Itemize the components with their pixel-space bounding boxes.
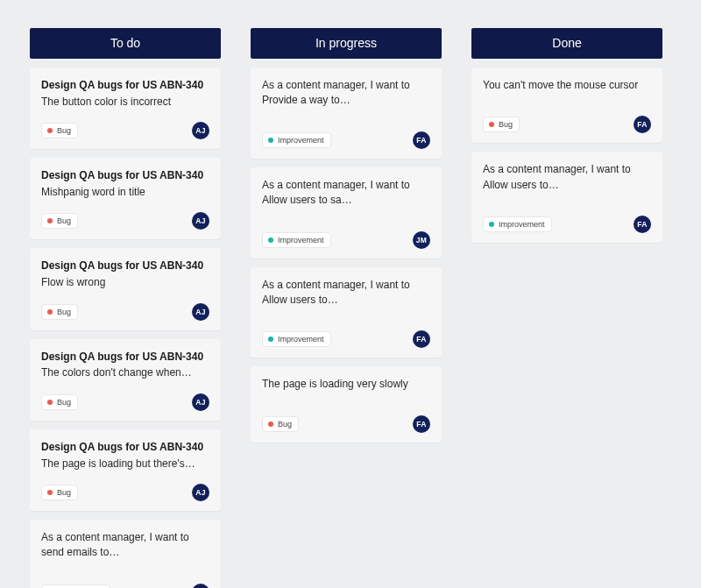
avatar[interactable]: FA — [634, 116, 651, 133]
tag-bug: Bug — [41, 394, 78, 410]
card[interactable]: Design QA bugs for US ABN-340Mishpanig w… — [30, 158, 221, 239]
card-footer: BugAJ — [41, 484, 209, 501]
tag-bug: Bug — [41, 304, 78, 320]
tag-bug: Bug — [41, 123, 78, 138]
card-footer: ImprovementJM — [262, 231, 430, 249]
column-inprogress: In progressAs a content manager, I want … — [251, 28, 442, 443]
tag-label: Bug — [57, 308, 71, 316]
card[interactable]: As a content manager, I want to Allow us… — [251, 267, 442, 358]
card[interactable]: The page is loading very slowlyBugFA — [251, 366, 442, 442]
avatar[interactable]: AJ — [192, 212, 209, 230]
bug-dot-icon — [47, 490, 53, 495]
tag-label: Improvement — [499, 220, 545, 229]
card-description: The button color is incorrect — [41, 95, 209, 110]
bug-dot-icon — [47, 400, 53, 405]
column-todo: To doDesign QA bugs for US ABN-340The bu… — [30, 28, 221, 588]
bug-dot-icon — [47, 128, 53, 133]
avatar[interactable]: JM — [413, 231, 430, 249]
tag-improvement: Improvement — [41, 584, 110, 588]
tag-improvement: Improvement — [262, 232, 331, 248]
improvement-dot-icon — [268, 138, 273, 143]
column-done: DoneYou can't move the mouse cursorBugFA… — [471, 28, 662, 243]
card-description: The page is loading very slowly — [262, 377, 430, 392]
card[interactable]: Design QA bugs for US ABN-340Flow is wro… — [30, 248, 221, 329]
card-description: As a content manager, I want to Provide … — [262, 78, 430, 109]
tag-bug: Bug — [262, 416, 299, 432]
card-footer: ImprovementJG — [41, 584, 209, 588]
avatar[interactable]: JG — [192, 584, 209, 588]
card-description: You can't move the mouse cursor — [483, 78, 651, 93]
column-header-inprogress: In progress — [251, 28, 442, 59]
card-footer: BugAJ — [41, 212, 209, 230]
bug-dot-icon — [268, 422, 273, 427]
column-header-todo: To do — [30, 28, 221, 59]
avatar[interactable]: AJ — [192, 484, 209, 501]
card[interactable]: As a content manager, I want to Allow us… — [471, 152, 662, 243]
card-footer: BugFA — [483, 116, 651, 133]
avatar[interactable]: FA — [634, 216, 651, 233]
avatar[interactable]: AJ — [192, 303, 209, 321]
tag-improvement: Improvement — [262, 132, 331, 148]
card[interactable]: Design QA bugs for US ABN-340The colors … — [30, 339, 221, 421]
card-title: Design QA bugs for US ABN-340 — [41, 440, 209, 455]
card-title: Design QA bugs for US ABN-340 — [41, 350, 209, 365]
card-footer: BugFA — [262, 415, 430, 433]
card-description: As a content manager, I want to Allow us… — [262, 278, 430, 308]
tag-label: Improvement — [278, 136, 324, 145]
card[interactable]: As a content manager, I want to send ema… — [30, 520, 221, 588]
card[interactable]: You can't move the mouse cursorBugFA — [471, 67, 662, 143]
bug-dot-icon — [47, 218, 53, 223]
tag-label: Bug — [278, 420, 292, 429]
card-footer: ImprovementFA — [262, 131, 430, 149]
tag-label: Bug — [57, 488, 71, 497]
card-footer: BugAJ — [41, 122, 209, 139]
column-header-done: Done — [471, 28, 662, 59]
card-title: Design QA bugs for US ABN-340 — [41, 78, 209, 93]
card[interactable]: As a content manager, I want to Provide … — [251, 67, 442, 159]
card-footer: BugAJ — [41, 393, 209, 411]
improvement-dot-icon — [268, 337, 273, 342]
tag-label: Improvement — [278, 335, 324, 344]
tag-bug: Bug — [41, 213, 78, 229]
kanban-board: To doDesign QA bugs for US ABN-340The bu… — [0, 0, 701, 588]
card-footer: ImprovementFA — [483, 216, 651, 233]
avatar[interactable]: AJ — [192, 393, 209, 411]
tag-improvement: Improvement — [262, 331, 331, 347]
card-title: Design QA bugs for US ABN-340 — [41, 259, 209, 273]
avatar[interactable]: FA — [413, 415, 430, 433]
card-description: As a content manager, I want to Allow us… — [483, 162, 651, 193]
card-description: Mishpanig word in title — [41, 185, 209, 200]
card-footer: BugAJ — [41, 303, 209, 321]
card[interactable]: Design QA bugs for US ABN-340The button … — [30, 67, 221, 149]
tag-label: Bug — [57, 216, 71, 225]
avatar[interactable]: FA — [413, 131, 430, 149]
card-description: The colors don't change when… — [41, 365, 209, 380]
card-title: Design QA bugs for US ABN-340 — [41, 168, 209, 183]
tag-label: Improvement — [278, 236, 324, 244]
card-description: Flow is wrong — [41, 275, 209, 290]
improvement-dot-icon — [489, 222, 494, 227]
tag-label: Bug — [499, 120, 513, 129]
card-description: As a content manager, I want to Allow us… — [262, 178, 430, 209]
card-description: The page is loading but there's… — [41, 457, 209, 471]
card[interactable]: As a content manager, I want to Allow us… — [251, 167, 442, 259]
card-description: As a content manager, I want to send ema… — [41, 530, 209, 561]
tag-label: Bug — [57, 126, 71, 135]
card[interactable]: Design QA bugs for US ABN-340The page is… — [30, 429, 221, 511]
improvement-dot-icon — [268, 237, 273, 243]
tag-bug: Bug — [41, 485, 78, 500]
tag-bug: Bug — [483, 117, 520, 132]
tag-label: Bug — [57, 398, 71, 407]
tag-improvement: Improvement — [483, 216, 552, 232]
bug-dot-icon — [47, 309, 53, 315]
card-footer: ImprovementFA — [262, 330, 430, 348]
avatar[interactable]: FA — [413, 330, 430, 348]
bug-dot-icon — [489, 122, 494, 127]
avatar[interactable]: AJ — [192, 122, 209, 139]
